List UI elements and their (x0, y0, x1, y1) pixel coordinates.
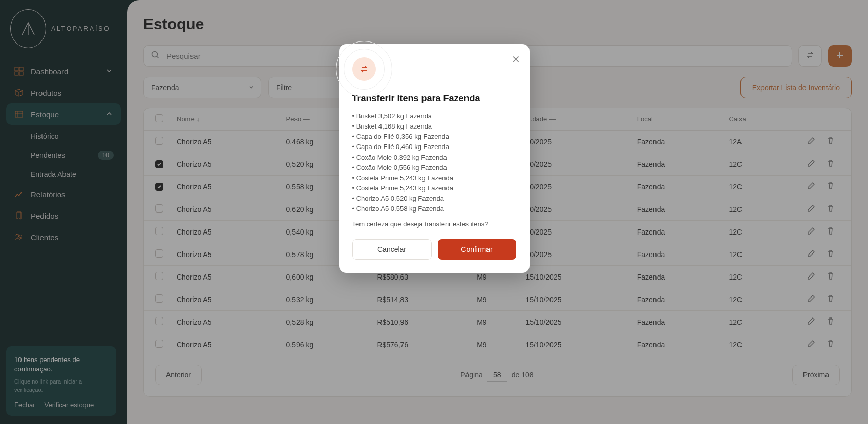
modal-list-item: Brisket 3,502 kg Fazenda (352, 111, 516, 121)
modal-title: Transferir itens para Fazenda (352, 93, 516, 104)
modal-list-item: Costela Prime 5,243 kg Fazenda (352, 183, 516, 194)
modal-close-button[interactable]: ✕ (512, 53, 520, 66)
modal-list-item: Coxão Mole 0,392 kg Fazenda (352, 153, 516, 163)
modal-list-item: Costela Prime 5,243 kg Fazenda (352, 173, 516, 183)
close-icon: ✕ (512, 54, 520, 65)
modal-list-item: Capa do Filé 0,356 kg Fazenda (352, 132, 516, 142)
modal-list-item: Chorizo A5 0,558 kg Fazenda (352, 204, 516, 214)
modal-confirm-text: Tem certeza que deseja transferir estes … (352, 220, 516, 228)
modal-list-item: Coxão Mole 0,556 kg Fazenda (352, 163, 516, 173)
modal-cancel-button[interactable]: Cancelar (352, 239, 432, 260)
modal: ✕ Transferir itens para Fazenda Brisket … (339, 44, 530, 273)
modal-list-item: Capa do Filé 0,460 kg Fazenda (352, 142, 516, 152)
modal-confirm-button[interactable]: Confirmar (438, 239, 516, 260)
modal-list-item: Brisket 4,168 kg Fazenda (352, 121, 516, 132)
transfer-icon (352, 57, 376, 81)
modal-item-list: Brisket 3,502 kg FazendaBrisket 4,168 kg… (352, 111, 516, 214)
modal-list-item: Chorizo A5 0,520 kg Fazenda (352, 194, 516, 204)
